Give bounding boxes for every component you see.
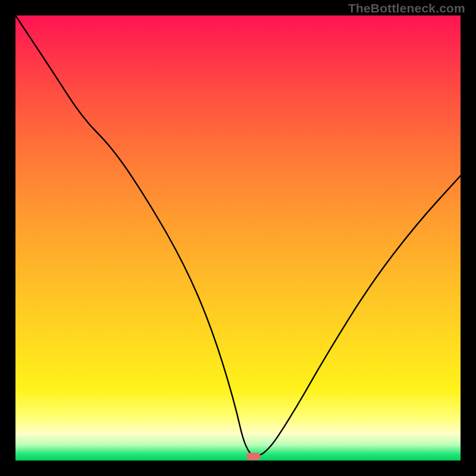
- watermark-text: TheBottleneck.com: [348, 1, 465, 15]
- chart-frame: TheBottleneck.com: [0, 0, 476, 476]
- optimal-marker: [246, 453, 261, 460]
- plot-area: [15, 15, 461, 461]
- bottleneck-curve: [15, 15, 461, 461]
